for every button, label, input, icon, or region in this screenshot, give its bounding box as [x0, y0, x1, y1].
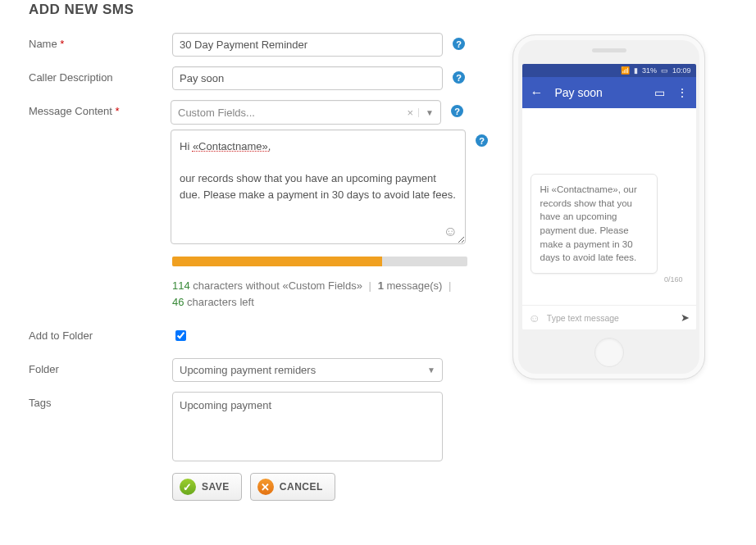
phone-title: Pay soon [555, 86, 643, 99]
cancel-button[interactable]: ✕ CANCEL [250, 473, 335, 501]
message-bubble: Hi «Contactname», our records show that … [531, 174, 658, 274]
signal-icon: 📶 [621, 66, 630, 75]
chat-icon[interactable]: ▭ [654, 86, 665, 99]
folder-select[interactable]: Upcoming payment remiders ▼ [172, 358, 443, 382]
menu-dots-icon[interactable]: ⋮ [676, 86, 688, 99]
close-icon: ✕ [257, 479, 274, 495]
tag-item: Upcoming payment [180, 399, 271, 411]
spellcheck-underline [192, 151, 269, 152]
composer-placeholder[interactable]: Type text message [547, 313, 674, 323]
char-progress [172, 257, 467, 266]
page-title: ADD NEW SMS [29, 2, 756, 18]
phone-preview: 📶 ▮ 31% ▭ 10:09 ← Pay soon ▭ ⋮ Hi «Conta… [512, 34, 705, 379]
message-textarea[interactable]: Hi «Contactname», our records show that … [171, 129, 466, 244]
label-name: Name * [29, 33, 172, 50]
help-icon[interactable]: ? [453, 38, 465, 50]
battery-icon: ▮ [634, 66, 638, 75]
clear-icon[interactable]: × [403, 107, 419, 119]
phone-screen: 📶 ▮ 31% ▭ 10:09 ← Pay soon ▭ ⋮ Hi «Conta… [522, 64, 696, 329]
caller-input[interactable] [172, 66, 443, 90]
chevron-down-icon: ▼ [427, 366, 435, 375]
phone-home-button[interactable] [594, 338, 624, 367]
label-tags: Tags [29, 392, 172, 409]
label-folder: Folder [29, 358, 172, 375]
char-progress-fill [172, 257, 382, 266]
phone-message-area: Hi «Contactname», our records show that … [522, 108, 696, 305]
add-to-folder-checkbox[interactable] [175, 330, 186, 341]
custom-fields-select[interactable]: Custom Fields... × ▼ [171, 100, 441, 125]
tags-input[interactable]: Upcoming payment [172, 392, 443, 461]
label-add-folder: Add to Folder [29, 325, 172, 342]
chevron-down-icon: ▼ [418, 108, 434, 117]
phone-speaker [592, 48, 626, 52]
emoji-icon[interactable]: ☺ [529, 311, 540, 325]
send-icon[interactable]: ➤ [681, 311, 690, 324]
char-info: 114 characters without «Custom Fields» |… [172, 278, 467, 310]
phone-statusbar: 📶 ▮ 31% ▭ 10:09 [522, 64, 696, 77]
phone-appbar: ← Pay soon ▭ ⋮ [522, 77, 696, 108]
label-content: Message Content * [29, 100, 171, 117]
phone-composer: ☺ Type text message ➤ [522, 305, 696, 329]
name-input[interactable] [172, 33, 443, 57]
check-icon: ✓ [180, 479, 196, 495]
save-button[interactable]: ✓ SAVE [172, 473, 242, 501]
label-caller: Caller Description [29, 66, 172, 84]
message-counter: 0/160 [531, 274, 688, 284]
help-icon[interactable]: ? [453, 71, 465, 84]
chat-status-icon: ▭ [661, 66, 668, 75]
help-icon[interactable]: ? [476, 134, 488, 147]
help-icon[interactable]: ? [451, 105, 463, 117]
emoji-icon[interactable]: ☺ [444, 224, 458, 240]
form-column: Name * ? Caller Description ? Message Co… [29, 33, 488, 501]
back-icon[interactable]: ← [531, 85, 544, 100]
